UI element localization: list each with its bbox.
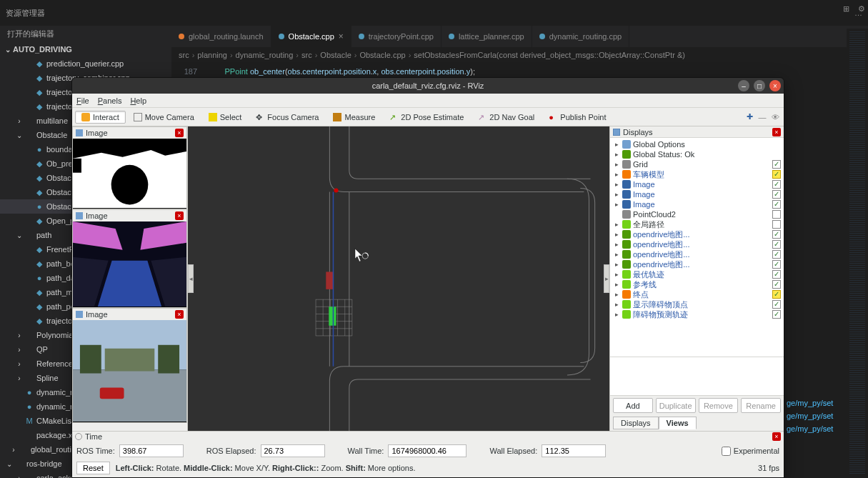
ros-time-field[interactable] <box>119 444 184 457</box>
toolbar-add-icon[interactable]: ✚ <box>744 111 755 123</box>
close-icon[interactable]: × <box>772 128 781 136</box>
breadcrumb-segment[interactable]: planning <box>197 51 227 59</box>
breadcrumb-segment[interactable]: Obstacle <box>320 51 351 59</box>
display-tree-item[interactable]: ▸显示障碍物顶点 <box>610 299 784 309</box>
display-tree-item[interactable]: PointCloud2 <box>610 209 784 219</box>
tool-publish-point[interactable]: ●Publish Point <box>542 111 612 124</box>
editor-tab[interactable]: Obstacle.cpp× <box>271 26 351 47</box>
time-panel[interactable]: Time× ROS Time: ROS Elapsed: Wall Time: … <box>72 431 784 477</box>
workspace-root[interactable]: ⌄AUTO_DRIVING <box>0 42 171 56</box>
menu-panels[interactable]: Panels <box>98 96 122 105</box>
rviz-3d-viewport[interactable]: ◂ ▸ <box>188 126 609 431</box>
tool-select[interactable]: Select <box>202 111 249 124</box>
add-button[interactable]: Add <box>613 398 653 413</box>
maximize-button[interactable]: □ <box>754 80 765 91</box>
display-checkbox[interactable] <box>772 230 781 239</box>
grip-icon[interactable] <box>75 433 82 440</box>
display-checkbox[interactable] <box>772 310 781 319</box>
display-checkbox[interactable] <box>772 210 781 219</box>
display-checkbox[interactable] <box>772 270 781 279</box>
tab-displays[interactable]: Displays <box>613 417 659 429</box>
display-tree-item[interactable]: ▸Image <box>610 199 784 209</box>
toolbar-view-icon[interactable]: 👁 <box>769 111 781 123</box>
display-tree-item[interactable]: ▸Global Options <box>610 139 784 149</box>
close-icon[interactable]: × <box>339 31 344 41</box>
reset-button[interactable]: Reset <box>76 462 110 474</box>
display-checkbox[interactable] <box>772 280 781 289</box>
display-tree-item[interactable]: ▸障碍物预测轨迹 <box>610 309 784 319</box>
rviz-titlebar[interactable]: carla_default_rviz.cfg.rviz - RViz – □ × <box>72 78 784 94</box>
splitter-left[interactable]: ◂ <box>188 264 194 293</box>
breadcrumb-segment[interactable]: dynamic_routing <box>236 51 294 59</box>
display-checkbox[interactable] <box>772 300 781 309</box>
display-tree-item[interactable]: ▸Grid <box>610 159 784 169</box>
display-checkbox[interactable] <box>772 180 781 189</box>
image-panel-2[interactable]: Image× <box>72 209 187 308</box>
open-editors-header[interactable]: 打开的编辑器 <box>0 26 171 42</box>
menu-file[interactable]: File <box>76 96 89 105</box>
experimental-checkbox[interactable] <box>722 447 731 456</box>
display-checkbox[interactable] <box>772 200 781 209</box>
wall-elapsed-field[interactable] <box>542 444 606 457</box>
rviz-window[interactable]: carla_default_rviz.cfg.rviz - RViz – □ ×… <box>71 77 784 478</box>
tool-interact[interactable]: Interact <box>75 111 126 124</box>
display-checkbox[interactable] <box>772 170 781 179</box>
close-icon[interactable]: × <box>175 211 184 220</box>
rviz-toolbar[interactable]: Interact Move Camera Select ✥Focus Camer… <box>72 108 784 126</box>
close-button[interactable]: × <box>769 80 781 91</box>
display-tree-item[interactable]: ▸Image <box>610 179 784 189</box>
display-tree-item[interactable]: ▸Global Status: Ok <box>610 149 784 159</box>
displays-panel[interactable]: Displays× ▸Global Options▸Global Status:… <box>609 126 784 431</box>
tab-views[interactable]: Views <box>659 417 697 429</box>
minimize-button[interactable]: – <box>738 80 749 91</box>
display-tree-item[interactable]: ▸opendrive地图... <box>610 229 784 239</box>
image-panel-1[interactable]: Image× <box>72 126 187 209</box>
close-icon[interactable]: × <box>772 432 781 441</box>
split-icon[interactable]: ⊞ <box>843 4 849 14</box>
display-checkbox[interactable] <box>772 220 781 229</box>
display-checkbox[interactable] <box>772 160 781 169</box>
gear-icon[interactable]: ⚙ <box>858 4 865 14</box>
ros-elapsed-field[interactable] <box>261 444 325 457</box>
toolbar-remove-icon[interactable]: — <box>757 111 768 123</box>
close-icon[interactable]: × <box>175 129 184 137</box>
display-tree-item[interactable]: ▸终点 <box>610 289 784 299</box>
breadcrumb[interactable]: src›planning›dynamic_routing›src›Obstacl… <box>171 47 868 63</box>
editor-tab[interactable]: lattice_planner.cpp <box>442 26 532 47</box>
duplicate-button[interactable]: Duplicate <box>656 398 696 413</box>
minimap[interactable] <box>847 29 868 478</box>
display-tree-item[interactable]: ▸全局路径 <box>610 219 784 229</box>
display-checkbox[interactable] <box>772 250 781 259</box>
display-checkbox[interactable] <box>772 260 781 269</box>
tool-measure[interactable]: Measure <box>326 111 381 124</box>
breadcrumb-segment[interactable]: setObstaclesFromCarla(const derived_obje… <box>414 51 685 59</box>
rviz-menu-bar[interactable]: File Panels Help <box>72 94 784 108</box>
breadcrumb-segment[interactable]: Obstacle.cpp <box>359 51 405 59</box>
display-checkbox[interactable] <box>772 290 781 299</box>
display-tree-item[interactable]: ▸最优轨迹 <box>610 269 784 279</box>
wall-time-field[interactable] <box>388 444 467 457</box>
tool-move-camera[interactable]: Move Camera <box>127 111 201 124</box>
file-tree-item[interactable]: ◆prediction_querier.cpp <box>0 56 171 71</box>
display-tree-item[interactable]: ▸车辆模型 <box>610 169 784 179</box>
tool-focus-camera[interactable]: ✥Focus Camera <box>249 111 325 124</box>
display-checkbox[interactable] <box>772 190 781 199</box>
display-tree-item[interactable]: ▸参考线 <box>610 279 784 289</box>
remove-button[interactable]: Remove <box>699 398 739 413</box>
splitter-right[interactable]: ▸ <box>604 264 609 293</box>
display-tree-item[interactable]: ▸opendrive地图... <box>610 249 784 259</box>
editor-tab[interactable]: trajectoryPoint.cpp <box>351 26 442 47</box>
tool-2d-nav-goal[interactable]: ↗2D Nav Goal <box>472 111 541 124</box>
editor-tab[interactable]: global_routing.launch <box>171 26 271 47</box>
close-icon[interactable]: × <box>175 310 184 319</box>
rename-button[interactable]: Rename <box>741 398 781 413</box>
display-checkbox[interactable] <box>772 240 781 249</box>
image-panel-3[interactable]: Image× <box>72 308 187 423</box>
display-tree-item[interactable]: ▸opendrive地图... <box>610 259 784 269</box>
editor-tab-bar[interactable]: global_routing.launchObstacle.cpp×trajec… <box>171 26 868 47</box>
breadcrumb-segment[interactable]: src <box>179 51 189 59</box>
tool-2d-pose[interactable]: ↗2D Pose Estimate <box>383 111 470 124</box>
breadcrumb-segment[interactable]: src <box>301 51 312 59</box>
display-tree-item[interactable]: ▸opendrive地图... <box>610 239 784 249</box>
display-tree-item[interactable]: ▸Image <box>610 189 784 199</box>
